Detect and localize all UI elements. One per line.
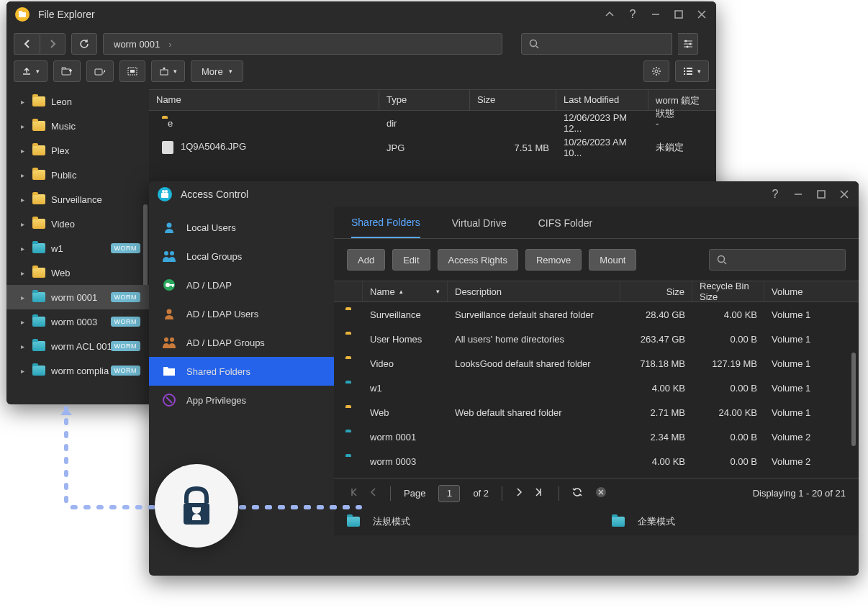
back-button[interactable]	[14, 33, 40, 55]
tree-item[interactable]: ▸Surveillance	[6, 187, 149, 212]
col-size[interactable]: Size	[620, 281, 692, 301]
folder-label: Surveillance	[51, 194, 102, 205]
select-all-button[interactable]	[119, 60, 145, 82]
tree-item[interactable]: ▸Leon	[6, 89, 149, 114]
table-row[interactable]: User HomesAll users' home directories263…	[334, 327, 859, 351]
collapse-icon[interactable]	[604, 9, 615, 20]
expand-icon[interactable]: ▸	[21, 367, 28, 375]
table-row[interactable]: WebWeb default shared folder2.71 MB24.00…	[334, 400, 859, 425]
expand-icon[interactable]: ▸	[21, 171, 28, 179]
col-name[interactable]: Name	[149, 90, 379, 110]
tree-item[interactable]: ▸Video	[6, 212, 149, 236]
fe-search-input[interactable]	[521, 33, 672, 55]
col-vol[interactable]: Volume	[764, 281, 823, 301]
ac-titlebar[interactable]: Access Control ?	[149, 181, 859, 207]
sidebar-item[interactable]: Local Users	[149, 213, 334, 242]
access-rights-button[interactable]: Access Rights	[438, 249, 518, 271]
page-input[interactable]	[438, 485, 460, 502]
share-button[interactable]: ▾	[151, 60, 185, 82]
expand-icon[interactable]: ▸	[21, 245, 28, 253]
remove-button[interactable]: Remove	[525, 249, 582, 271]
advanced-search-button[interactable]	[678, 33, 698, 55]
tab[interactable]: CIFS Folder	[538, 207, 592, 238]
close-icon[interactable]	[838, 189, 850, 200]
expand-icon[interactable]: ▸	[21, 98, 28, 106]
table-row[interactable]: worm ACL 0012.34 MB0.00 BVolume 2	[334, 473, 859, 478]
tree-item[interactable]: ▸worm 0001WORM	[6, 285, 149, 309]
expand-icon[interactable]: ▸	[21, 220, 28, 228]
expand-icon[interactable]: ▸	[21, 196, 28, 204]
fe-titlebar[interactable]: File Explorer ?	[6, 1, 716, 27]
table-row[interactable]: w14.00 KB0.00 BVolume 1	[334, 376, 859, 400]
tab[interactable]: Shared Folders	[351, 207, 420, 238]
sidebar-item[interactable]: AD / LDAP Groups	[149, 328, 334, 357]
tree-item[interactable]: ▸worm ACL 001WORM	[6, 334, 149, 358]
forward-button[interactable]	[40, 33, 65, 55]
tree-item[interactable]: ▸Public	[6, 163, 149, 187]
ac-search-input[interactable]	[709, 249, 846, 271]
fe-folder-tree[interactable]: ▸Leon▸Music▸Plex▸Public▸Surveillance▸Vid…	[6, 89, 149, 384]
prev-page-button[interactable]	[370, 488, 377, 499]
expand-icon[interactable]: ▸	[21, 342, 28, 350]
tab[interactable]: Virtual Drive	[452, 207, 507, 238]
help-icon[interactable]: ?	[627, 9, 638, 20]
breadcrumb-item[interactable]: worm 0001	[114, 39, 160, 50]
col-desc[interactable]: Description	[448, 281, 620, 301]
tree-item[interactable]: ▸Music	[6, 114, 149, 138]
tree-item[interactable]: ▸worm compliaWORM	[6, 358, 149, 383]
col-bin[interactable]: Recycle Bin Size	[692, 281, 764, 301]
sidebar-item[interactable]: Local Groups	[149, 242, 334, 271]
expand-icon[interactable]: ▸	[21, 318, 28, 326]
expand-icon[interactable]: ▸	[21, 122, 28, 130]
maximize-icon[interactable]	[673, 9, 684, 20]
expand-icon[interactable]: ▸	[21, 294, 28, 301]
reload-button[interactable]	[71, 33, 97, 55]
more-button[interactable]: More▾	[191, 60, 243, 82]
file-row[interactable]: edir12/06/2023 PM 12...-	[149, 111, 716, 135]
col-size[interactable]: Size	[470, 90, 556, 110]
refresh-button[interactable]	[572, 487, 582, 499]
col-type[interactable]: Type	[379, 90, 470, 110]
expand-icon[interactable]: ▸	[21, 269, 28, 277]
breadcrumb[interactable]: worm 0001 ›	[103, 33, 502, 55]
folder-icon	[32, 96, 45, 106]
folder-label: worm 0003	[51, 317, 97, 327]
add-button[interactable]: Add	[347, 249, 385, 271]
sidebar-item[interactable]: Shared Folders	[149, 357, 334, 386]
tree-item[interactable]: ▸w1WORM	[6, 236, 149, 260]
folder-icon	[32, 121, 45, 131]
sidebar-item[interactable]: AD / LDAP	[149, 271, 334, 299]
next-page-button[interactable]	[515, 488, 523, 499]
col-modified[interactable]: Last Modified	[556, 90, 648, 110]
copy-button[interactable]	[86, 60, 114, 82]
mount-button[interactable]: Mount	[589, 249, 636, 271]
table-row[interactable]: worm 00034.00 KB0.00 BVolume 2	[334, 449, 859, 473]
expand-icon[interactable]: ▸	[21, 147, 28, 155]
minimize-icon[interactable]	[650, 9, 661, 20]
cell-size: 718.18 MB	[620, 358, 692, 369]
col-worm[interactable]: worm 鎖定狀態	[648, 90, 713, 110]
tree-item[interactable]: ▸Web	[6, 260, 149, 285]
last-page-button[interactable]	[535, 488, 546, 499]
col-name[interactable]: Name▴▾	[363, 281, 448, 301]
upload-button[interactable]: ▾	[14, 60, 48, 82]
maximize-icon[interactable]	[815, 189, 827, 200]
settings-button[interactable]	[643, 60, 669, 82]
scrollbar-thumb[interactable]	[851, 353, 856, 446]
edit-button[interactable]: Edit	[392, 249, 430, 271]
help-icon[interactable]: ?	[769, 189, 781, 200]
minimize-icon[interactable]	[792, 189, 804, 200]
cell-bin: 0.00 B	[692, 334, 764, 345]
clear-button[interactable]	[595, 486, 607, 500]
file-row[interactable]: 1Q9A5046.JPGJPG7.51 MB10/26/2023 AM 10..…	[149, 135, 716, 160]
cell-bin: 0.00 B	[692, 432, 764, 443]
tree-item[interactable]: ▸worm 0003WORM	[6, 309, 149, 334]
close-icon[interactable]	[696, 9, 707, 20]
view-mode-button[interactable]: ▾	[675, 60, 709, 82]
sidebar-item[interactable]: AD / LDAP Users	[149, 299, 334, 328]
table-row[interactable]: worm 00012.34 MB0.00 BVolume 2	[334, 425, 859, 449]
new-folder-button[interactable]	[53, 60, 81, 82]
table-row[interactable]: VideoLooksGood default shared folder718.…	[334, 351, 859, 376]
tree-item[interactable]: ▸Plex	[6, 138, 149, 163]
table-row[interactable]: SurveillanceSurveillance default shared …	[334, 302, 859, 327]
